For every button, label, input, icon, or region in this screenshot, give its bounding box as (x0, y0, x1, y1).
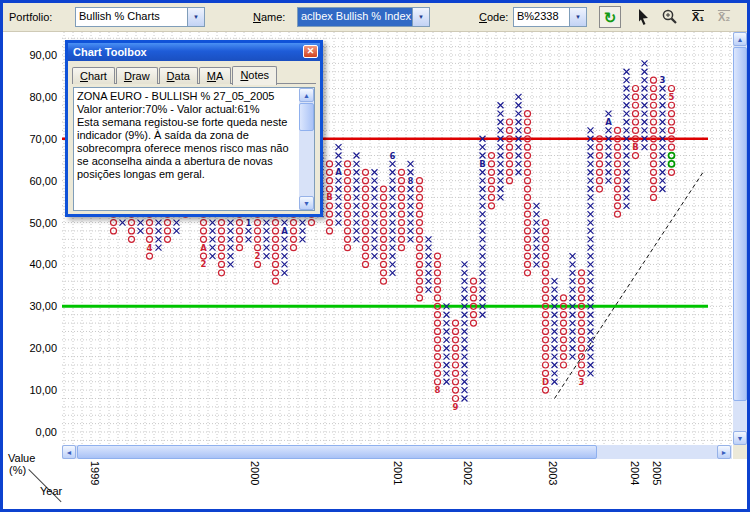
notes-textarea[interactable]: ZONA EURO - BULLISH % 27_05_2005 Valor a… (74, 88, 298, 210)
svg-text:8: 8 (435, 385, 441, 395)
scrollbar-corner (733, 445, 747, 459)
svg-text:A: A (335, 167, 342, 177)
x-tick-year: 1999 (89, 461, 101, 485)
name-select[interactable]: aclbex Bullish % Index ▼ (297, 7, 430, 27)
svg-text:A: A (281, 226, 288, 236)
cursor-arrow-icon (635, 8, 653, 26)
svg-text:8: 8 (408, 176, 414, 186)
svg-text:A: A (200, 243, 207, 253)
svg-text:B: B (479, 159, 485, 169)
x-axis: 1999200020012002200320042005 (62, 459, 734, 507)
y-tick: 90,00 (3, 49, 57, 61)
toolbox-tab-chart[interactable]: Chart (72, 67, 115, 84)
y-axis: 90,0080,0070,0060,0050,0040,0030,0020,00… (3, 32, 59, 445)
code-value: B%2338 (514, 8, 569, 26)
main-toolbar: Portfolio: Bullish % Charts ▼ Name: aclb… (3, 3, 747, 32)
svg-text:A: A (605, 117, 612, 127)
svg-text:9: 9 (453, 402, 459, 412)
ma-x2-tool-button: X̄₂ (713, 6, 735, 28)
scroll-up-button[interactable]: ▲ (733, 32, 747, 46)
notes-scroll-up-button[interactable]: ▲ (299, 88, 314, 102)
code-label: Code: (479, 11, 508, 23)
chevron-down-icon[interactable]: ▼ (412, 8, 429, 26)
y-tick: 40,00 (3, 258, 57, 270)
toolbox-tab-ma[interactable]: MA (199, 67, 232, 84)
svg-text:4: 4 (147, 243, 153, 253)
notes-panel: ZONA EURO - BULLISH % 27_05_2005 Valor a… (73, 87, 315, 211)
ma-x1-tool-button[interactable]: X̄₁ (687, 6, 709, 28)
portfolio-label: Portfolio: (9, 11, 52, 23)
y-tick: 70,00 (3, 133, 57, 145)
cursor-tool-button[interactable] (633, 6, 655, 28)
svg-text:3: 3 (660, 75, 666, 85)
name-value: aclbex Bullish % Index (298, 8, 412, 26)
chevron-down-icon[interactable]: ▼ (569, 8, 586, 26)
vscroll-thumb[interactable] (733, 47, 747, 401)
year-axis-label: Year (40, 485, 62, 497)
toolbox-tab-notes[interactable]: Notes (232, 66, 277, 85)
value-axis-label: Value (8, 452, 35, 464)
svg-text:2: 2 (255, 251, 261, 261)
notes-scroll-thumb[interactable] (299, 103, 314, 131)
toolbox-tab-draw[interactable]: Draw (116, 67, 158, 84)
svg-text:6: 6 (390, 151, 396, 161)
y-tick: 20,00 (3, 342, 57, 354)
ma-x1-icon: X̄₁ (692, 11, 704, 23)
hscroll-thumb[interactable] (77, 445, 597, 459)
scroll-down-button[interactable]: ▼ (733, 431, 747, 445)
toolbox-title: Chart Toolbox (73, 46, 147, 58)
toolbox-tab-data[interactable]: Data (159, 67, 198, 84)
svg-text:5: 5 (669, 92, 675, 102)
x-tick-year: 2004 (629, 461, 641, 485)
svg-text:2: 2 (201, 259, 207, 269)
x-tick-year: 2000 (249, 461, 261, 485)
svg-text:B: B (326, 192, 332, 202)
svg-text:B: B (632, 142, 638, 152)
zoom-tool-button[interactable] (659, 6, 681, 28)
portfolio-select[interactable]: Bullish % Charts ▼ (75, 7, 205, 27)
svg-text:1: 1 (246, 218, 252, 228)
svg-text:D: D (542, 377, 549, 387)
notes-scrollbar: ▲ ▼ (299, 88, 314, 210)
refresh-icon: ↻ (604, 10, 617, 25)
x-tick-year: 2002 (462, 461, 474, 485)
chart-toolbox-window: Chart Toolbox ✕ ChartDrawDataMANotes ZON… (65, 40, 323, 217)
value-axis-unit: (%) (9, 464, 26, 476)
toolbox-tabbar: ChartDrawDataMANotes (72, 65, 316, 84)
name-label: Name: (253, 11, 285, 23)
x-tick-year: 2001 (392, 461, 404, 485)
toolbox-titlebar[interactable]: Chart Toolbox ✕ (68, 43, 320, 61)
y-tick: 0,00 (3, 426, 57, 438)
y-tick: 10,00 (3, 384, 57, 396)
close-icon[interactable]: ✕ (303, 45, 318, 58)
chevron-down-icon[interactable]: ▼ (187, 8, 204, 26)
y-tick: 50,00 (3, 217, 57, 229)
y-tick: 80,00 (3, 91, 57, 103)
y-tick: 60,00 (3, 175, 57, 187)
x-tick-year: 2003 (547, 461, 559, 485)
scroll-right-button[interactable]: ► (717, 445, 731, 459)
ma-x2-icon: X̄₂ (718, 11, 730, 23)
code-select[interactable]: B%2338 ▼ (513, 7, 587, 27)
portfolio-value: Bullish % Charts (76, 8, 187, 26)
scroll-left-button[interactable]: ◄ (62, 445, 76, 459)
refresh-button[interactable]: ↻ (599, 6, 621, 28)
magnifier-icon (661, 8, 679, 26)
y-tick: 30,00 (3, 300, 57, 312)
x-tick-year: 2005 (651, 461, 663, 485)
svg-text:3: 3 (579, 377, 585, 387)
notes-scroll-down-button[interactable]: ▼ (299, 196, 314, 210)
app-window: Portfolio: Bullish % Charts ▼ Name: aclb… (0, 0, 750, 512)
